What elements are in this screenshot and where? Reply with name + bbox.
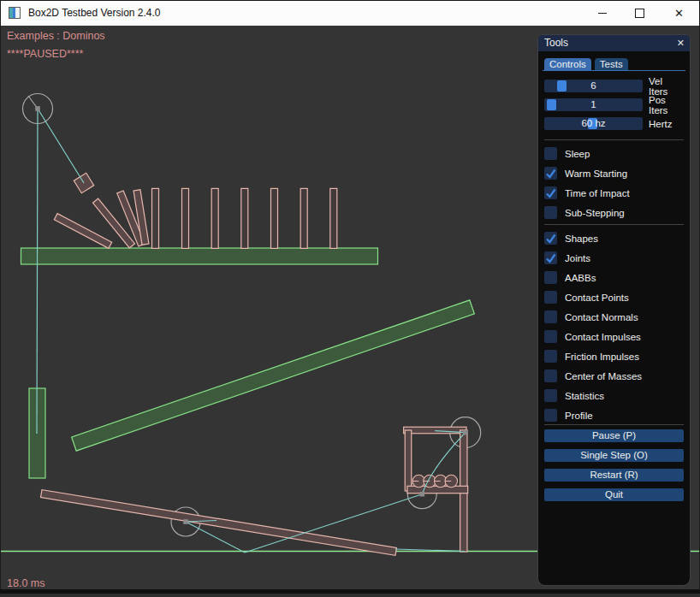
domino-standing[interactable] [300,188,307,248]
single-step-o-button[interactable]: Single Step (O) [544,449,684,462]
minimize-button[interactable] [583,0,621,26]
checkbox-row-center-of-masses: Center of Masses [544,369,684,382]
slider-label: Vel Iters [649,76,684,97]
separator [544,224,684,225]
panel-close-icon[interactable]: ✕ [677,35,685,51]
domino-standing[interactable] [271,188,278,248]
joint-line [37,109,38,434]
domino-standing[interactable] [152,188,159,248]
checkbox-row-profile: Profile [544,409,684,422]
checkbox-label: Contact Points [565,293,629,303]
checkmark-icon [545,233,556,244]
slider-track[interactable]: 6 [544,80,643,92]
checkbox-row-shapes: Shapes [544,232,684,245]
checkbox-row-sleep: Sleep [544,147,684,160]
tools-panel-titlebar[interactable]: Tools ✕ [538,35,690,51]
domino-standing[interactable] [211,188,218,248]
domino-fallen[interactable] [54,214,111,249]
tools-panel-body: ControlsTests 6Vel Iters1Pos Iters60 hzH… [538,51,690,501]
checkbox[interactable] [544,350,557,363]
checkbox-row-time-of-impact: Time of Impact [544,186,684,199]
checkbox[interactable] [544,291,557,304]
tab-controls[interactable]: Controls [544,58,591,70]
checkbox[interactable] [544,251,557,264]
checkbox-row-statistics: Statistics [544,389,684,402]
quit-button[interactable]: Quit [544,488,684,501]
maximize-button[interactable] [620,0,659,26]
slider-track[interactable]: 1 [544,98,643,111]
slider-row-hertz: 60 hzHertz [544,117,684,130]
frame-time-label: 18.0 ms [7,577,44,589]
checkbox[interactable] [544,206,557,219]
checkbox-label: Statistics [565,391,604,401]
checkbox-label: Sleep [565,149,590,159]
tab-tests[interactable]: Tests [595,58,628,70]
joint-anchor [463,430,468,435]
checkmark-icon [545,252,556,263]
slider-label: Pos Iters [649,95,684,115]
checkbox[interactable] [544,232,557,245]
titlebar[interactable]: Box2D Testbed Version 2.4.0 ✕ [0,0,700,26]
checkbox-label: AABBs [565,273,596,283]
close-button[interactable]: ✕ [660,0,698,26]
checkbox[interactable] [544,186,557,199]
window-border [0,594,700,597]
checkbox[interactable] [544,389,557,402]
example-name-label: Examples : Dominos [7,30,105,42]
tab-underline [543,70,685,71]
joint-anchor [183,519,188,524]
checkbox-label: Friction Impulses [565,352,639,362]
restart-r-button[interactable]: Restart (R) [544,469,684,482]
slider-value: 60 hz [544,117,643,130]
joint-line [38,109,84,183]
frame-left-bar[interactable] [405,430,412,491]
checkmark-icon [545,168,556,179]
checkbox-row-warm-starting: Warm Starting [544,167,684,180]
separator [544,139,684,140]
tools-panel-title: Tools [544,37,568,49]
checkbox-row-sub-stepping: Sub-Stepping [544,206,684,219]
checkbox[interactable] [544,167,557,180]
seesaw-plank[interactable] [41,490,397,556]
checkbox[interactable] [544,330,557,343]
checkbox-label: Sub-Stepping [565,208,625,218]
separator [544,424,684,425]
checkbox[interactable] [544,147,557,160]
checkbox-label: Contact Impulses [565,332,641,342]
domino-standing[interactable] [330,188,337,248]
joint-anchor [420,492,425,497]
slider-value: 6 [544,80,643,92]
checkbox-label: Shapes [565,233,598,244]
domino-platform[interactable] [21,248,378,264]
slider-row-pos-iters: 1Pos Iters [544,98,684,111]
checkbox-label: Time of Impact [565,188,630,198]
slider-row-vel-iters: 6Vel Iters [544,80,684,92]
window-border [0,0,700,1]
joint-anchor [35,106,40,111]
pause-p-button[interactable]: Pause (P) [544,429,684,442]
slider-track[interactable]: 60 hz [544,117,643,130]
checkbox-row-contact-normals: Contact Normals [544,310,684,323]
checkbox-label: Warm Starting [565,168,627,179]
close-icon: ✕ [674,8,684,19]
window-title: Box2D Testbed Version 2.4.0 [28,0,161,26]
window-border [0,0,1,597]
checkbox[interactable] [544,271,557,284]
checkbox-row-contact-impulses: Contact Impulses [544,330,684,343]
checkbox-row-joints: Joints [544,251,684,264]
checkbox-label: Joints [565,253,590,263]
slider-section: 6Vel Iters1Pos Iters60 hzHertz [544,80,684,130]
checkbox-row-contact-points: Contact Points [544,291,684,304]
checkbox-row-friction-impulses: Friction Impulses [544,350,684,363]
app-icon [9,7,21,19]
checkbox[interactable] [544,369,557,382]
slider-label: Hertz [649,119,672,129]
checkbox[interactable] [544,310,557,323]
checkbox[interactable] [544,409,557,422]
checkbox-row-aabbs: AABBs [544,271,684,284]
domino-standing[interactable] [182,188,189,248]
domino-standing[interactable] [241,188,248,248]
sim-options-group: SleepWarm StartingTime of ImpactSub-Step… [544,147,684,219]
checkbox-label: Contact Normals [565,312,638,322]
tools-panel: Tools ✕ ControlsTests 6Vel Iters1Pos Ite… [537,34,691,586]
